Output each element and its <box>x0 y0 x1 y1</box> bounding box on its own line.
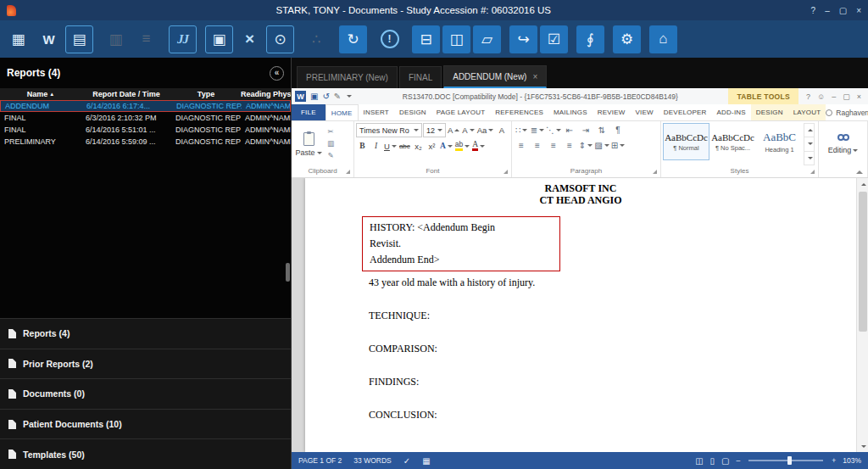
search-report-icon[interactable]: ⊙ <box>266 25 294 53</box>
ribbon-tab-insert[interactable]: INSERT <box>359 104 394 120</box>
zoom-in-button[interactable]: + <box>832 456 836 465</box>
panel-scrollbar-thumb[interactable] <box>286 263 290 282</box>
ribbon-tab-review[interactable]: REVIEW <box>593 104 631 120</box>
styles-scroll-up[interactable] <box>804 123 815 137</box>
report-row-preliminary[interactable]: PRELIMINARY 6/14/2016 5:59:09 ... DIAGNO… <box>0 136 291 148</box>
quick-save-button[interactable]: ▣ <box>310 92 318 101</box>
highlight-button[interactable]: ab <box>454 139 470 153</box>
italic-button[interactable]: I <box>370 139 382 153</box>
macro-record-icon[interactable]: ▦ <box>422 456 430 466</box>
ribbon-tab-mailings[interactable]: MAILINGS <box>548 104 593 120</box>
word-close-button[interactable]: × <box>857 92 861 101</box>
ribbon-tab-design[interactable]: DESIGN <box>394 104 431 120</box>
report-row-addendum[interactable]: ADDENDUM 6/14/2016 6:17:4... DIAGNOSTIC … <box>0 100 291 112</box>
tab-addendum[interactable]: ADDENDUM (New)× <box>443 65 547 88</box>
font-dialog-launcher[interactable] <box>504 170 508 174</box>
ribbon-tab-table-layout[interactable]: LAYOUT <box>788 104 826 120</box>
forward-icon[interactable]: ↪ <box>509 25 537 53</box>
collapse-ribbon-button[interactable] <box>856 170 863 174</box>
ribb-tab-references[interactable]: REFERENCES <box>490 104 548 120</box>
restore-button[interactable]: ▢ <box>839 6 847 15</box>
tab-final[interactable]: FINAL <box>399 66 442 88</box>
word-restore-button[interactable]: ▢ <box>843 92 850 101</box>
report-row-final-2[interactable]: FINAL 6/14/2016 5:51:01 ... DIAGNOSTIC R… <box>0 124 291 136</box>
billing-grid-icon[interactable]: ▦ <box>4 25 32 53</box>
multilevel-list-button[interactable]: ⋱ <box>546 123 561 137</box>
page-indicator[interactable]: PAGE 1 OF 2 <box>298 456 342 465</box>
document-page[interactable]: RAMSOFT INC CT HEAD ANGIO HISTORY: <Adde… <box>305 178 856 452</box>
signed-in-user[interactable]: Raghavend... <box>826 104 868 120</box>
ribbon-tab-developer[interactable]: DEVELOPER <box>659 104 712 120</box>
align-center-button[interactable]: ≡ <box>530 138 545 152</box>
zoom-slider-thumb[interactable] <box>787 456 792 465</box>
save-icon[interactable]: ▣ <box>205 25 233 53</box>
format-painter-button[interactable]: ✎ <box>324 149 337 160</box>
styles-dialog-launcher[interactable] <box>810 170 815 174</box>
word-feedback-icon[interactable]: ☺ <box>817 92 825 101</box>
scroll-up-icon[interactable] <box>861 183 866 186</box>
text-effects-button[interactable]: A <box>439 139 453 153</box>
forms-icon[interactable]: ▤ <box>65 25 93 53</box>
section-documents[interactable]: Documents (0) <box>0 378 291 409</box>
layout-vertical-icon[interactable]: ◫ <box>442 25 470 53</box>
read-mode-button[interactable]: ◫ <box>695 456 703 466</box>
print-layout-button[interactable]: ▯ <box>710 456 715 466</box>
align-right-button[interactable]: ≡ <box>546 138 561 152</box>
bold-button[interactable]: B <box>356 139 369 153</box>
numbering-button[interactable]: ≣ <box>530 123 545 137</box>
change-case-button[interactable]: Aa <box>476 124 495 137</box>
column-header-type[interactable]: Type <box>171 90 241 98</box>
section-reports[interactable]: Reports (4) <box>0 318 291 349</box>
shrink-font-button[interactable]: A <box>461 124 475 137</box>
document-scrollbar[interactable] <box>856 178 868 452</box>
approve-icon[interactable]: ☑ <box>540 25 568 53</box>
minimize-button[interactable]: – <box>825 6 830 15</box>
refresh-icon[interactable]: ↻ <box>339 25 367 53</box>
collapse-panel-button[interactable]: « <box>270 66 284 81</box>
styles-scroll-down[interactable] <box>804 137 815 151</box>
underline-button[interactable]: U <box>383 139 398 153</box>
superscript-button[interactable]: x² <box>426 139 438 153</box>
grow-font-button[interactable]: A <box>447 124 460 137</box>
ribbon-tab-home[interactable]: HOME <box>326 104 359 121</box>
shading-button[interactable]: ▨ <box>594 138 609 152</box>
decrease-indent-button[interactable]: ⇤ <box>562 123 577 137</box>
style-normal[interactable]: AaBbCcDc ¶ Normal <box>663 123 709 160</box>
borders-button[interactable]: ⊞ <box>610 138 626 152</box>
style-no-spacing[interactable]: AaBbCcDc ¶ No Spac... <box>709 123 756 160</box>
column-header-datetime[interactable]: Report Date / Time <box>81 90 171 98</box>
zoom-out-button[interactable]: – <box>737 456 741 465</box>
font-color-button[interactable]: A <box>471 139 486 153</box>
settings-icon[interactable]: ⚙ <box>613 25 641 53</box>
justify-button[interactable]: ≡ <box>562 138 577 152</box>
clear-formatting-button[interactable]: A <box>495 124 508 137</box>
bullets-button[interactable]: ∷ <box>514 123 529 137</box>
subscript-button[interactable]: x₂ <box>412 139 425 153</box>
stat-alert-icon[interactable]: ! <box>376 25 403 53</box>
strikethrough-button[interactable]: abc <box>398 139 411 153</box>
word-help-button[interactable]: ? <box>806 92 810 101</box>
ribbon-tab-view[interactable]: VIEW <box>631 104 659 120</box>
paragraph-dialog-launcher[interactable] <box>653 170 657 174</box>
tab-preliminary[interactable]: PRELIMINARY (New) <box>297 66 398 88</box>
close-tab-icon[interactable]: × <box>532 72 537 81</box>
paste-button[interactable]: Paste <box>293 123 324 165</box>
web-layout-button[interactable]: ▢ <box>721 456 729 466</box>
increase-indent-button[interactable]: ⇥ <box>578 123 593 137</box>
undo-button[interactable]: ↺ <box>322 92 329 101</box>
section-patient-documents[interactable]: Patient Documents (10) <box>0 409 291 439</box>
close-button[interactable]: × <box>856 6 861 15</box>
delete-icon[interactable]: × <box>236 25 264 53</box>
sort-button[interactable]: ⇅ <box>594 123 609 137</box>
help-button[interactable]: ? <box>811 6 816 15</box>
column-header-physician[interactable]: Reading Physici <box>241 90 291 98</box>
addendum-table-cell[interactable]: HISTORY: <Addendum Begin Revisit. Addend… <box>362 216 560 271</box>
copy-button[interactable]: ▥ <box>324 137 337 148</box>
report-row-final-1[interactable]: FINAL 6/3/2016 2:10:32 PM DIAGNOSTIC REP… <box>0 112 291 124</box>
zoom-slider[interactable] <box>748 460 823 461</box>
word-count[interactable]: 33 WORDS <box>353 456 391 465</box>
layout-horizontal-icon[interactable]: ⊟ <box>412 25 440 53</box>
ribbon-tab-file[interactable]: FILE <box>292 104 326 120</box>
line-spacing-button[interactable]: ⇕ <box>578 138 593 152</box>
merge-records-icon[interactable]: JJ <box>169 25 197 53</box>
